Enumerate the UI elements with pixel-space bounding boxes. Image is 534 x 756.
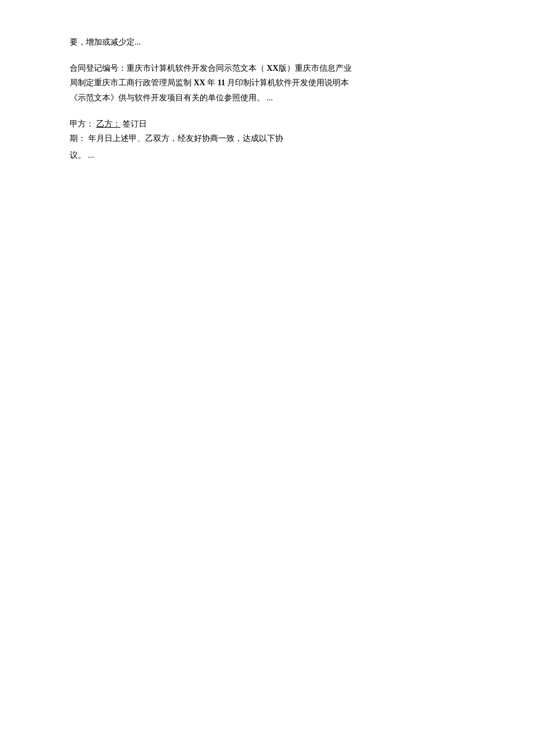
paragraph-1-text: 要，增加或减少定... — [70, 38, 141, 46]
date-content: 议。 ... — [70, 148, 464, 162]
party-line: 甲方： 乙方： 签订日 — [70, 117, 464, 131]
paragraph-2-line1b: 版）重庆市信息产业 — [279, 64, 352, 73]
paragraph-2-bold2: XX — [192, 78, 205, 87]
yi-label: 乙方： — [96, 120, 121, 128]
paragraph-2-line2: 局制定重庆市工商行政管理局监制 — [70, 78, 192, 87]
paragraph-2-line1: 合同登记编号：重庆市计算机软件开发合同示范文本（ — [70, 64, 265, 73]
paragraph-1: 要，增加或减少定... — [70, 35, 464, 49]
date-line: 期： 年月日上述甲、乙双方，经友好协商一致，达成以下协 — [70, 131, 464, 146]
paragraph-2-line2c: 月印制计算机软件开发使用说明本 — [225, 78, 349, 87]
paragraph-2-line3: 《示范文本》供与软件开发项目有关的单位参照使用。 ... — [70, 93, 273, 102]
sign-label: 签订日 — [122, 120, 147, 128]
period-content2: 议。 ... — [70, 151, 94, 160]
paragraph-2-bold1: XX — [265, 64, 279, 73]
party-block: 甲方： 乙方： 签订日 期： 年月日上述甲、乙双方，经友好协商一致，达成以下协 … — [70, 117, 464, 163]
page-container: 要，增加或减少定... 合同登记编号：重庆市计算机软件开发合同示范文本（ XX版… — [0, 0, 534, 756]
jia-label: 甲方： — [70, 120, 94, 128]
paragraph-2-line2b: 年 — [205, 78, 216, 87]
period-content: 年月日上述甲、乙双方，经友好协商一致，达成以下协 — [86, 134, 283, 143]
paragraph-2: 合同登记编号：重庆市计算机软件开发合同示范文本（ XX版）重庆市信息产业 局制定… — [70, 61, 464, 105]
period-label: 期： — [70, 134, 86, 143]
paragraph-2-bold3: 11 — [215, 78, 225, 87]
